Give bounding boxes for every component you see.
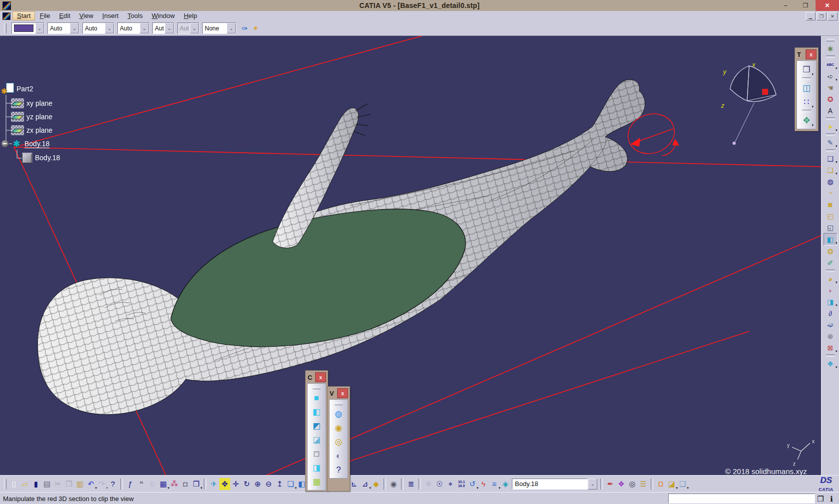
print-button[interactable]: ▤ [41, 478, 52, 490]
dropdown-arrow-icon[interactable]: ⌄ [105, 23, 114, 33]
menu-help[interactable]: Help [179, 11, 202, 20]
toolbar-grip[interactable] [313, 387, 321, 389]
shaft-button[interactable]: ◍ [824, 176, 837, 187]
close-button[interactable]: ✕ [816, 0, 839, 11]
plane-icon[interactable] [11, 125, 24, 135]
target-button[interactable]: ◎ [627, 478, 638, 490]
snap-values-button[interactable]: 10.110.0 [456, 478, 467, 490]
dropdown-arrow-icon[interactable]: ▾ [812, 123, 814, 127]
wireframe-button[interactable]: □ [310, 447, 323, 461]
zoom-in-button[interactable]: ⊕ [252, 478, 263, 490]
3d-compass-button[interactable]: ⌖ [445, 478, 456, 490]
menu-start[interactable]: Start [12, 11, 35, 20]
thick-surface-button[interactable]: ∂ [824, 307, 837, 319]
fill-color-select[interactable]: ⌄ [11, 22, 44, 34]
constraint-button[interactable]: ϟ [478, 478, 489, 490]
property-select[interactable]: Aut⌄ [152, 22, 174, 34]
capture-button[interactable]: ◉ [388, 478, 399, 490]
plane-icon[interactable] [11, 112, 24, 122]
dropdown-arrow-icon[interactable]: ▾ [836, 365, 838, 369]
dropdown-arrow-icon[interactable]: ▾ [687, 486, 689, 490]
grid-button[interactable]: ∷▾ [800, 95, 813, 109]
body-gear-icon[interactable]: ✱ [11, 138, 22, 149]
stamp-button[interactable]: ✪ [824, 93, 837, 105]
dropdown-arrow-icon[interactable]: ▾ [836, 172, 838, 176]
catalog-button[interactable]: ❒▾ [191, 478, 202, 490]
tree-item-body18[interactable]: ✱Body.18 [11, 138, 49, 150]
dropdown-arrow-icon[interactable]: ▾ [836, 303, 838, 307]
command-input[interactable] [668, 494, 815, 504]
solid-combine-button[interactable]: ◧▾ [824, 233, 838, 246]
stiffener-button[interactable]: ❂ [824, 246, 837, 257]
minimize-button[interactable]: – [776, 0, 796, 11]
customize-view-button[interactable]: ▦ [310, 475, 323, 489]
undo-button[interactable]: ↶▾ [85, 478, 96, 490]
mdi-minimize-button[interactable]: ▁ [806, 12, 816, 20]
view-compass[interactable]: x y z [721, 61, 776, 145]
dropdown-arrow-icon[interactable]: ▾ [836, 349, 838, 353]
formula-button[interactable]: ƒ [125, 478, 136, 490]
close-icon[interactable]: x [315, 372, 326, 382]
dropdown-arrow-icon[interactable]: ▾ [836, 66, 838, 70]
property-select[interactable]: Auto⌄ [47, 22, 79, 34]
chamfer-button[interactable]: ◗ [824, 284, 837, 296]
pad-button[interactable]: ❑▾ [824, 153, 837, 164]
text-annotation-button[interactable]: A [824, 105, 837, 116]
split-button[interactable]: ➫ [824, 319, 837, 330]
menu-edit[interactable]: Edit [54, 11, 74, 20]
hidden-line-removal-button[interactable]: ◨ [310, 461, 323, 475]
groove-button[interactable]: ◔ [824, 187, 837, 199]
toolbar-grip[interactable] [827, 39, 835, 41]
property-select[interactable]: Auto⌄ [117, 22, 149, 34]
save-button[interactable]: ▮ [30, 478, 41, 490]
design-table-button[interactable]: ▦▾ [158, 478, 169, 490]
new-document-button[interactable]: ▯ [8, 478, 19, 490]
tree-item-label[interactable]: yz plane [26, 113, 52, 121]
menu-file[interactable]: File [35, 11, 54, 20]
tree-item-label[interactable]: xy plane [26, 99, 52, 107]
dropdown-arrow-icon[interactable]: ⌄ [190, 23, 199, 33]
ground-button[interactable]: ◎ [332, 435, 345, 449]
paint-properties-button[interactable]: ✒ [605, 478, 616, 490]
rib-button[interactable]: ◰ [824, 210, 837, 222]
structure-list-button[interactable]: ≡▾ [489, 478, 500, 490]
painter-icon[interactable]: ✑ [239, 22, 250, 34]
lighting-button[interactable]: ◐ [332, 449, 345, 463]
rotate-button[interactable]: ↻ [241, 478, 252, 490]
mdi-restore-button[interactable]: ❐ [817, 12, 827, 20]
extract-surface-button[interactable]: ❑▾ [677, 478, 688, 490]
manipulation-button[interactable]: ☉ [434, 478, 445, 490]
tree-item-label[interactable]: Part2 [16, 85, 33, 93]
paste-button[interactable]: ▥ [74, 478, 85, 490]
sketcher-button[interactable]: ✎▾ [824, 137, 837, 148]
floating-toolbar-visualization[interactable]: V x ◍◉◎◐? [327, 386, 350, 492]
section-layers-button[interactable]: ☰ [638, 478, 649, 490]
shading-material-button[interactable]: ◪ [310, 433, 323, 447]
toolbar-grip[interactable] [4, 479, 6, 489]
dropdown-arrow-icon[interactable]: ▾ [836, 241, 838, 245]
zoom-out-button[interactable]: ⊖ [263, 478, 274, 490]
dropdown-arrow-icon[interactable]: ⌄ [35, 23, 44, 33]
scale-planes-button[interactable]: ≣ [406, 478, 417, 490]
transformation-button[interactable]: ❖▾ [824, 358, 837, 369]
tree-item-xy-plane[interactable]: xy plane [11, 97, 52, 109]
depth-effect-button[interactable]: ◉ [332, 421, 345, 435]
property-select[interactable]: None⌄ [202, 22, 236, 34]
dropdown-arrow-icon[interactable]: ▾ [836, 144, 838, 148]
turntable-button[interactable]: ↺▾ [467, 478, 478, 490]
pocket-button[interactable]: ❏▾ [824, 164, 837, 176]
dropdown-arrow-icon[interactable]: ▾ [836, 280, 838, 284]
compass-plane-handle[interactable] [762, 89, 768, 95]
menu-tools[interactable]: Tools [123, 11, 147, 20]
lock-button[interactable]: ◘ [180, 478, 191, 490]
part-icon[interactable]: ✱ [3, 83, 14, 95]
pan-button[interactable]: ✛ [230, 478, 241, 490]
shading-hidden-edges-button[interactable]: ◩ [310, 419, 323, 433]
quick-view-button[interactable]: ❏▾ [285, 478, 296, 490]
fit-all-in-button[interactable]: ✥ [219, 478, 230, 490]
3d-viewport[interactable]: x y z y x z ✱Part2xy planeyz planezx pla… [0, 36, 821, 475]
dropdown-arrow-icon[interactable]: ▾ [812, 72, 814, 76]
relations-button[interactable]: ⁂ [169, 478, 180, 490]
knowledge-assistant-button[interactable]: ℹ [826, 493, 837, 504]
dropdown-arrow-icon[interactable]: ⌄ [70, 23, 79, 33]
